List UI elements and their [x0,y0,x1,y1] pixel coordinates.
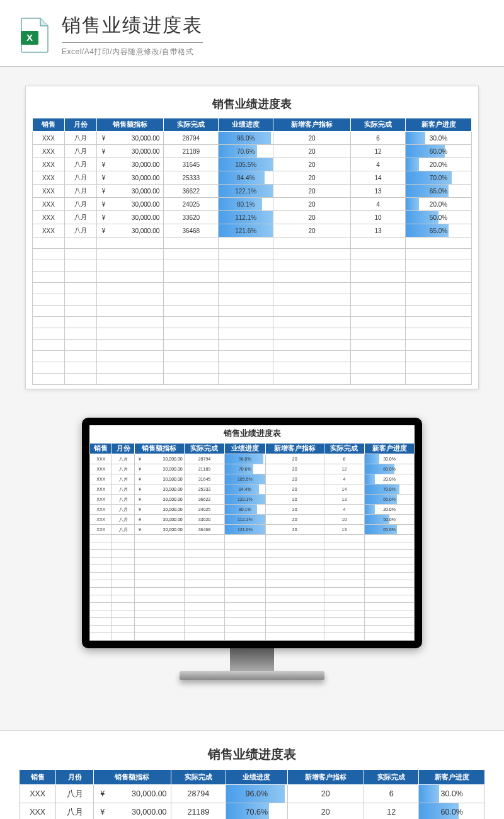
customer-target-cell: 20 [265,495,324,505]
customer-actual-cell: 13 [351,224,406,238]
progress-cell: 50.0% [365,515,415,525]
column-header: 业绩进度 [219,118,273,132]
sales-cell: XXX [33,211,65,224]
sales-cell: XXX [33,158,65,171]
table-row: XXX八月¥30,000.0036468121.6%201365.0% [33,224,472,238]
column-header: 新客户进度 [365,444,415,454]
empty-row [90,558,415,565]
empty-row [33,238,472,249]
progress-cell: 84.4% [219,171,273,185]
page-header: X 销售业绩进度表 Excel/A4打印/内容随意修改/自带格式 [0,0,504,67]
column-header: 实际完成 [364,770,419,785]
sales-target-cell: ¥30,000.00 [96,211,164,224]
actual-cell: 21189 [164,145,219,158]
empty-row [33,260,472,272]
actual-cell: 21189 [171,803,226,820]
customer-actual-cell: 6 [324,454,364,464]
sales-target-cell: ¥30,000.00 [96,185,164,198]
sales-target-cell: ¥30,000.00 [134,495,184,505]
page-title: 销售业绩进度表 [62,13,203,43]
actual-cell: 31645 [164,158,219,171]
table-row: XXX八月¥30,000.002533384.4%201470.0% [90,484,415,495]
empty-row [33,362,472,374]
progress-cell: 80.1% [225,505,265,515]
column-header: 销售额指标 [96,118,164,132]
customer-actual-cell: 12 [351,145,406,158]
progress-cell: 80.1% [219,198,273,211]
sales-target-cell: ¥30,000.00 [134,484,184,495]
month-cell: 八月 [64,171,96,185]
customer-actual-cell: 4 [351,198,406,211]
column-header: 销售 [33,118,65,132]
sheet-title-crop: 销售业绩进度表 [19,742,485,769]
sales-target-cell: ¥30,000.00 [96,158,164,171]
progress-cell: 60.0% [419,803,485,820]
empty-row [90,550,415,558]
sales-cell: XXX [33,185,65,198]
sales-target-cell: ¥30,000.00 [134,525,184,535]
month-cell: 八月 [112,454,134,464]
empty-row [33,317,472,328]
actual-cell: 33620 [164,211,219,224]
table-row: XXX八月¥30,000.002879496.0%20630.0% [90,454,415,464]
progress-cell: 84.4% [225,484,265,495]
progress-cell: 70.0% [406,171,472,185]
column-header: 新增客户指标 [273,118,351,132]
empty-row [90,618,415,626]
month-cell: 八月 [64,132,96,145]
customer-actual-cell: 14 [351,171,406,185]
customer-target-cell: 20 [273,198,351,211]
actual-cell: 36468 [164,224,219,238]
empty-row [90,610,415,618]
customer-target-cell: 20 [265,474,324,484]
actual-cell: 24025 [184,505,224,515]
progress-cell: 65.0% [406,185,472,198]
empty-row [90,595,415,603]
empty-row [90,580,415,588]
actual-cell: 28794 [184,454,224,464]
actual-cell: 24025 [164,198,219,211]
sales-target-cell: ¥30,000.00 [94,803,171,820]
table-row: XXX八月¥30,000.002118970.6%201260.0% [20,803,485,820]
empty-row [33,340,472,351]
empty-row [90,603,415,610]
customer-target-cell: 20 [265,525,324,535]
column-header: 实际完成 [171,770,226,785]
month-cell: 八月 [112,525,134,535]
empty-row [90,573,415,580]
table-row: XXX八月¥30,000.002533384.4%201470.0% [33,171,472,185]
customer-target-cell: 20 [273,185,351,198]
sales-cell: XXX [33,198,65,211]
actual-cell: 25333 [164,171,219,185]
actual-cell: 28794 [171,785,226,803]
empty-row [90,588,415,595]
customer-actual-cell: 12 [364,803,419,820]
actual-cell: 28794 [164,132,219,145]
actual-cell: 36468 [184,525,224,535]
sales-cell: XXX [90,495,112,505]
month-cell: 八月 [112,474,134,484]
column-header: 新增客户指标 [287,770,364,785]
sales-target-cell: ¥30,000.00 [96,198,164,211]
sales-cell: XXX [33,171,65,185]
table-row: XXX八月¥30,000.0036622122.1%201365.0% [33,185,472,198]
actual-cell: 31645 [184,474,224,484]
sheet-title-monitor: 销售业绩进度表 [89,425,415,443]
sales-cell: XXX [90,525,112,535]
sales-cell: XXX [20,803,56,820]
empty-row [33,306,472,317]
actual-cell: 36622 [164,185,219,198]
month-cell: 八月 [112,505,134,515]
actual-cell: 33620 [184,515,224,525]
table-row: XXX八月¥30,000.002879496.0%20630.0% [20,785,485,803]
table-row: XXX八月¥30,000.002879496.0%20630.0% [33,132,472,145]
monitor-screen: 销售业绩进度表 销售月份销售额指标实际完成业绩进度新增客户指标实际完成新客户进度… [89,425,415,641]
column-header: 销售 [20,770,56,785]
actual-cell: 21189 [184,464,224,474]
column-header: 月份 [56,770,94,785]
customer-target-cell: 20 [273,224,351,238]
customer-actual-cell: 10 [351,211,406,224]
month-cell: 八月 [56,803,94,820]
column-header: 实际完成 [184,444,224,454]
page-subtitle: Excel/A4打印/内容随意修改/自带格式 [62,47,203,57]
